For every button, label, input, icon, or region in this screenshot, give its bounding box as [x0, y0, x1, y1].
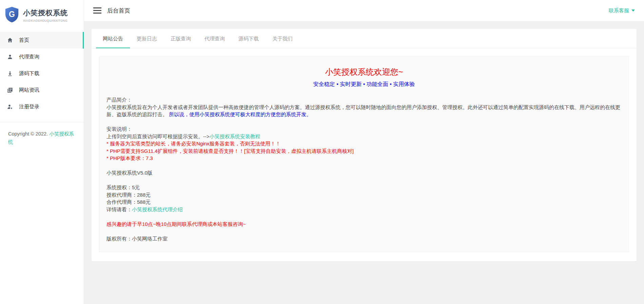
price-partner: 合作代理商：588元	[106, 198, 622, 206]
install-label: 安装说明：	[106, 125, 622, 133]
install-line: 上传到空间后直接访问即可根据提示安装。-->小笑授权系统安装教程	[106, 133, 622, 140]
sidebar-nav: 首页 代理查询 源码下载 网站资讯	[0, 32, 84, 115]
contact-notice: 感兴趣的请于早10点~晚10点期间联系代理商或本站客服咨询~	[106, 220, 622, 228]
announcement-title: 小笑授权系统欢迎您~	[106, 67, 622, 77]
tab-genuine-query[interactable]: 正版查询	[164, 29, 198, 48]
price-system: 系统授权：5元	[106, 184, 622, 191]
tab-site-announcement[interactable]: 网站公告	[96, 29, 130, 48]
main-area: 后台首页 联系客服 网站公告 更新日志 正版查询 代理查询 源码下载 关于我们 …	[84, 0, 644, 304]
price-agent: 授权代理商：288元	[106, 191, 622, 199]
sidebar-item-label: 源码下载	[19, 70, 39, 77]
page-title: 后台首页	[107, 7, 130, 15]
tab-about-us[interactable]: 关于我们	[266, 29, 299, 48]
footer-line: 版权所有：小笑网络工作室	[106, 235, 622, 243]
hamburger-icon[interactable]	[93, 7, 101, 14]
sidebar-item-label: 注册登录	[19, 104, 39, 110]
sidebar-copyright: Copyright © 2022. 小笑授权系统	[0, 122, 84, 154]
tab-changelog[interactable]: 更新日志	[130, 29, 164, 48]
contact-service-button[interactable]: 联系客服	[609, 7, 635, 14]
version-line: 小笑授权系统V5.0版	[106, 169, 622, 177]
user-icon	[6, 54, 13, 60]
sidebar-item-site-news[interactable]: 网站资讯	[0, 82, 84, 99]
sidebar-item-label: 网站资讯	[19, 87, 39, 93]
tab-bar: 网站公告 更新日志 正版查询 代理查询 源码下载 关于我们	[92, 29, 637, 49]
sidebar-item-label: 代理查询	[19, 54, 39, 60]
tab-agent-query[interactable]: 代理查询	[198, 29, 232, 48]
install-tutorial-link[interactable]: 小笑授权系统安装教程	[210, 133, 260, 139]
intro-highlight: 所以说，使用小笑授权系统便可极大程度的方便您的系统开发。	[168, 111, 311, 117]
home-icon	[6, 37, 13, 44]
tab-source-download[interactable]: 源码下载	[232, 29, 266, 48]
announcement-subtitle: 安全稳定 • 实时更新 • 功能全面 • 实用体验	[106, 81, 622, 88]
app-title: 小笑授权系统	[23, 8, 68, 18]
download-icon	[6, 70, 13, 77]
shield-logo-icon: G	[4, 6, 20, 24]
svg-text:G: G	[9, 10, 15, 19]
warning-nginx: * 服务器为宝塔类型的站长，请务必安装Nginx服务器套装，否则无法使用！！	[106, 140, 622, 147]
sidebar: G 小笑授权系统 XIAOXIAOSHOUQUANXITONG 首页 代理查询	[0, 0, 84, 304]
news-icon	[6, 87, 13, 94]
detail-label: 详情请看：	[106, 207, 132, 212]
sidebar-item-label: 首页	[19, 37, 29, 43]
sidebar-item-home[interactable]: 首页	[0, 32, 84, 49]
announcement-box: 小笑授权系统欢迎您~ 安全稳定 • 实时更新 • 功能全面 • 实用体验 产品简…	[99, 56, 629, 252]
app-logo[interactable]: G 小笑授权系统 XIAOXIAOSHOUQUANXITONG	[0, 0, 84, 31]
warning-sg11: * PHP需要支持SG11.4扩展组件，安装前请核查是否支持！！[宝塔支持自助安…	[106, 147, 622, 155]
content-area: 网站公告 更新日志 正版查询 代理查询 源码下载 关于我们 小笑授权系统欢迎您~…	[84, 21, 644, 304]
announcement-card: 网站公告 更新日志 正版查询 代理查询 源码下载 关于我们 小笑授权系统欢迎您~…	[92, 29, 637, 261]
app-subtitle: XIAOXIAOSHOUQUANXITONG	[23, 19, 68, 22]
sidebar-item-source-download[interactable]: 源码下载	[0, 65, 84, 82]
app-root: G 小笑授权系统 XIAOXIAOSHOUQUANXITONG 首页 代理查询	[0, 0, 644, 304]
sidebar-item-agent-query[interactable]: 代理查询	[0, 49, 84, 65]
detail-line: 详情请看：小笑授权系统代理介绍	[106, 206, 622, 213]
register-icon	[6, 104, 13, 110]
install-text: 上传到空间后直接访问即可根据提示安装。-->	[106, 133, 210, 139]
top-header: 后台首页 联系客服	[84, 0, 644, 21]
sidebar-item-register-login[interactable]: 注册登录	[0, 99, 84, 115]
warning-php-version: * PHP版本要求：7.3	[106, 155, 622, 162]
copyright-text: Copyright © 2022.	[8, 131, 49, 137]
chevron-down-icon	[631, 10, 635, 12]
contact-service-label: 联系客服	[609, 7, 629, 14]
agent-intro-link[interactable]: 小笑授权系统代理介绍	[132, 207, 183, 212]
intro-label: 产品简介：	[106, 96, 622, 104]
intro-paragraph: 小笑授权系统旨在为个人开发者或者开发团队提供一种高效便捷的管理个人源码的方案。通…	[106, 104, 622, 118]
